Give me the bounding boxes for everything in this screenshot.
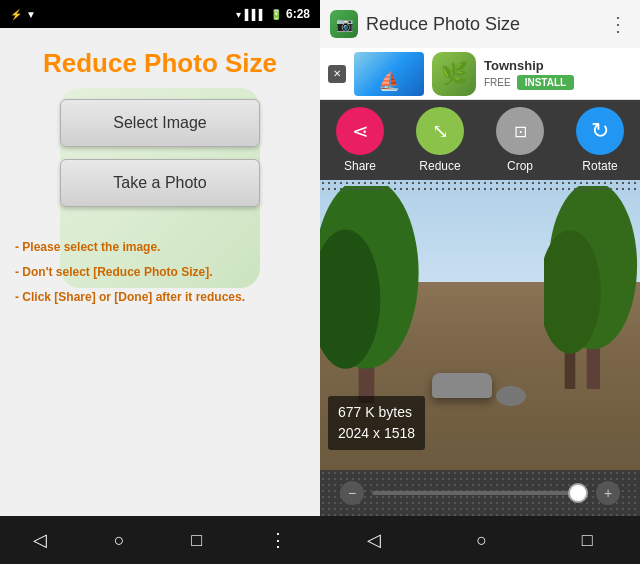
more-options-icon[interactable]: ⋮ bbox=[608, 12, 630, 36]
back-button-right[interactable]: ◁ bbox=[367, 529, 381, 551]
left-tree-group bbox=[320, 186, 448, 404]
zoom-out-icon[interactable]: − bbox=[340, 481, 364, 505]
crop-label: Crop bbox=[507, 159, 533, 173]
share-label: Share bbox=[344, 159, 376, 173]
zoom-thumb[interactable] bbox=[568, 483, 588, 503]
ad-game-symbol: 🌿 bbox=[441, 61, 468, 87]
park-scene: 677 K bytes 2024 x 1518 bbox=[320, 180, 640, 470]
crop-action-button[interactable]: ⊡ Crop bbox=[496, 107, 544, 173]
rock-bench bbox=[432, 373, 492, 398]
rotate-icon-circle: ↻ bbox=[576, 107, 624, 155]
photo-dimensions-text: 2024 x 1518 bbox=[338, 423, 415, 444]
select-image-button[interactable]: Select Image bbox=[60, 99, 260, 147]
nav-bar-right: ◁ ○ □ bbox=[320, 516, 640, 564]
phone-left: ⚡ ▼ ▾ ▌▌▌ 🔋 6:28 Reduce Photo Size Selec… bbox=[0, 0, 320, 564]
crop-icon-circle: ⊡ bbox=[496, 107, 544, 155]
home-button-left[interactable]: ○ bbox=[114, 530, 125, 551]
rotate-label: Rotate bbox=[582, 159, 617, 173]
ad-banner: ✕ ⛵ 🌿 Township FREE INSTALL bbox=[320, 48, 640, 100]
app-icon-right: 📷 bbox=[330, 10, 358, 38]
nav-bar-left: ◁ ○ □ ⋮ bbox=[0, 516, 320, 564]
ad-game-icon: 🌿 bbox=[432, 52, 476, 96]
crop-icon: ⊡ bbox=[514, 122, 527, 141]
reduce-label: Reduce bbox=[419, 159, 460, 173]
rotate-action-button[interactable]: ↻ Rotate bbox=[576, 107, 624, 173]
phone-right: 📷 Reduce Photo Size ⋮ ✕ ⛵ 🌿 Township FRE… bbox=[320, 0, 640, 564]
time-display: 6:28 bbox=[286, 7, 310, 21]
status-icons-left: ⚡ ▼ bbox=[10, 9, 36, 20]
reduce-icon-circle: ⤡ bbox=[416, 107, 464, 155]
flash-icon: ⚡ bbox=[10, 9, 22, 20]
wifi-icon: ▾ bbox=[236, 9, 241, 20]
right-tree-group bbox=[544, 186, 640, 389]
app-content-left: Reduce Photo Size Select Image Take a Ph… bbox=[0, 28, 320, 516]
photo-size-text: 677 K bytes bbox=[338, 402, 415, 423]
app-title-left: Reduce Photo Size bbox=[43, 48, 277, 79]
ad-install-button[interactable]: INSTALL bbox=[517, 75, 574, 90]
ad-install-row: FREE INSTALL bbox=[484, 75, 632, 90]
ad-game-name: Township bbox=[484, 58, 632, 73]
recents-button-right[interactable]: □ bbox=[582, 530, 593, 551]
signal-icon: ▼ bbox=[26, 9, 36, 20]
dots-overlay-top bbox=[320, 180, 640, 192]
share-icon: ⋖ bbox=[352, 119, 369, 143]
wifi-battery-icons: ▾ ▌▌▌ 🔋 6:28 bbox=[236, 7, 310, 21]
recents-button-left[interactable]: □ bbox=[191, 530, 202, 551]
action-buttons-row: ⋖ Share ⤡ Reduce ⊡ Crop ↻ Rotate bbox=[320, 100, 640, 180]
menu-button-left[interactable]: ⋮ bbox=[269, 529, 287, 551]
zoom-out-symbol: − bbox=[348, 485, 356, 501]
title-bar-right: 📷 Reduce Photo Size ⋮ bbox=[320, 0, 640, 48]
reduce-action-button[interactable]: ⤡ Reduce bbox=[416, 107, 464, 173]
zoom-in-symbol: + bbox=[604, 485, 612, 501]
ad-info: Township FREE INSTALL bbox=[484, 58, 632, 90]
instruction-line-2: - Don't select [Reduce Photo Size]. bbox=[15, 264, 305, 281]
photo-area: 677 K bytes 2024 x 1518 bbox=[320, 180, 640, 470]
home-button-right[interactable]: ○ bbox=[476, 530, 487, 551]
app-icon-symbol: 📷 bbox=[336, 16, 353, 32]
ad-image: ⛵ bbox=[354, 52, 424, 96]
ad-close-button[interactable]: ✕ bbox=[328, 65, 346, 83]
share-icon-circle: ⋖ bbox=[336, 107, 384, 155]
app-title-right: Reduce Photo Size bbox=[366, 14, 600, 35]
instruction-line-1: - Please select the image. bbox=[15, 239, 305, 256]
status-bar-left: ⚡ ▼ ▾ ▌▌▌ 🔋 6:28 bbox=[0, 0, 320, 28]
take-photo-button[interactable]: Take a Photo bbox=[60, 159, 260, 207]
battery-icon: 🔋 bbox=[270, 9, 282, 20]
zoom-in-icon[interactable]: + bbox=[596, 481, 620, 505]
reduce-icon: ⤡ bbox=[432, 119, 449, 143]
ad-boat-icon: ⛵ bbox=[378, 70, 400, 92]
signal-bars: ▌▌▌ bbox=[245, 9, 266, 20]
rotate-icon: ↻ bbox=[591, 118, 609, 144]
ad-free-label: FREE bbox=[484, 77, 511, 88]
zoom-track[interactable] bbox=[372, 491, 588, 495]
back-button-left[interactable]: ◁ bbox=[33, 529, 47, 551]
photo-info-overlay: 677 K bytes 2024 x 1518 bbox=[328, 396, 425, 450]
share-action-button[interactable]: ⋖ Share bbox=[336, 107, 384, 173]
zoom-bar: − + bbox=[320, 470, 640, 516]
instructions-block: - Please select the image. - Don't selec… bbox=[15, 239, 305, 313]
instruction-line-3: - Click [Share] or [Done] after it reduc… bbox=[15, 289, 305, 306]
